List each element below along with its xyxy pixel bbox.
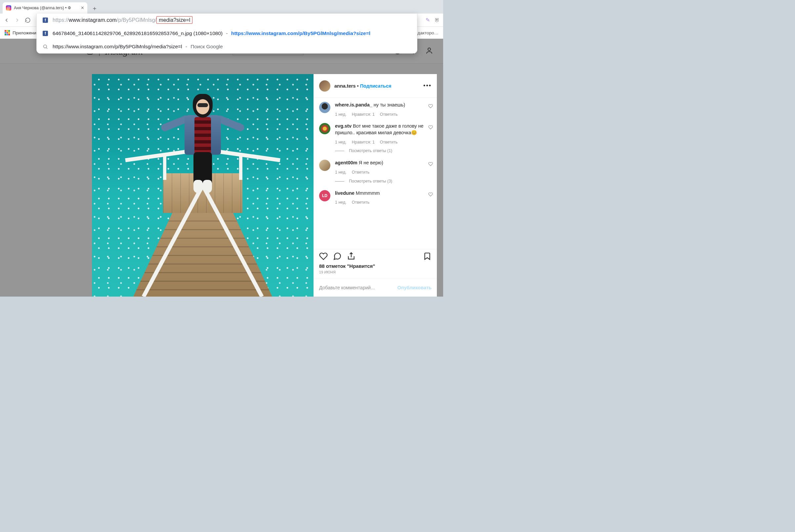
comment-item: LD livedune Mmmmmm 1 нед. Ответить bbox=[319, 190, 432, 205]
svg-point-12 bbox=[44, 45, 46, 48]
svg-line-13 bbox=[46, 48, 47, 49]
tab-close-button[interactable]: × bbox=[81, 5, 84, 11]
reply-button[interactable]: Ответить bbox=[380, 139, 398, 145]
comment-time: 1 нед. bbox=[335, 200, 346, 205]
post-username[interactable]: anna.ters bbox=[334, 83, 356, 89]
view-replies-button[interactable]: Посмотреть ответы (3) bbox=[335, 178, 432, 184]
post-modal: anna.ters • Подписаться ••• where.is.pan… bbox=[92, 74, 437, 297]
facebook-icon: f bbox=[43, 18, 48, 23]
omnibox-row[interactable]: f https://www.instagram.com/p/By5PGlMnls… bbox=[37, 14, 417, 27]
tab-title: Аня Чернова (@anna.ters) • Ф bbox=[14, 6, 78, 10]
bookmark-item[interactable]: дакторо… bbox=[418, 31, 439, 35]
avatar[interactable]: LD bbox=[319, 190, 330, 201]
suggestion-engine: Поиск Google bbox=[190, 44, 223, 49]
likes-count[interactable]: 88 отметок "Нравится" bbox=[314, 263, 437, 270]
svg-rect-0 bbox=[7, 6, 10, 9]
comment-item: evg.stv Вот мне такое даже в голову не п… bbox=[319, 123, 432, 154]
comment-username[interactable]: agent00m bbox=[335, 160, 358, 165]
suggestion-url: https://www.instagram.com/p/By5PGlMnlsg/… bbox=[231, 31, 371, 36]
reload-button[interactable] bbox=[24, 17, 31, 23]
avatar[interactable] bbox=[319, 160, 330, 171]
like-comment-button[interactable] bbox=[428, 125, 433, 131]
back-button[interactable] bbox=[3, 17, 10, 23]
new-tab-button[interactable]: ＋ bbox=[90, 4, 99, 13]
comments-list: where.is.panda_ ну ты знаешь) 1 нед. Нра… bbox=[314, 98, 437, 249]
subscribe-button[interactable]: Подписаться bbox=[360, 83, 392, 89]
omnibox-search-suggestion[interactable]: https://www.instagram.com/p/By5PGlMnlsg/… bbox=[37, 40, 417, 53]
post-header: anna.ters • Подписаться ••• bbox=[314, 74, 437, 98]
bookmark-button[interactable] bbox=[423, 252, 432, 262]
facebook-icon: f bbox=[43, 31, 48, 36]
like-comment-button[interactable] bbox=[428, 104, 433, 110]
post-actions bbox=[314, 249, 437, 263]
like-button[interactable] bbox=[319, 252, 328, 262]
comment-time: 1 нед. bbox=[335, 139, 346, 145]
comment-item: where.is.panda_ ну ты знаешь) 1 нед. Нра… bbox=[319, 102, 432, 117]
more-options-button[interactable]: ••• bbox=[423, 82, 432, 89]
post-photo[interactable] bbox=[92, 74, 314, 297]
post-date: 19 ИЮНЯ bbox=[314, 270, 437, 278]
browser-tab[interactable]: Аня Чернова (@anna.ters) • Ф × bbox=[3, 2, 87, 14]
svg-point-10 bbox=[428, 48, 431, 51]
share-button[interactable] bbox=[347, 252, 356, 262]
reply-button[interactable]: Ответить bbox=[352, 200, 370, 205]
separator-dot: • bbox=[357, 83, 359, 89]
forward-button[interactable] bbox=[14, 17, 20, 23]
omnibox-dropdown: f https://www.instagram.com/p/By5PGlMnls… bbox=[36, 14, 417, 54]
comment-time: 1 нед. bbox=[335, 170, 346, 175]
reply-button[interactable]: Ответить bbox=[380, 112, 398, 117]
svg-point-2 bbox=[9, 7, 10, 7]
tab-strip: Аня Чернова (@anna.ters) • Ф × ＋ bbox=[0, 0, 443, 14]
comment-username[interactable]: where.is.panda_ bbox=[335, 102, 372, 108]
reply-button[interactable]: Ответить bbox=[352, 170, 370, 175]
comment-likes[interactable]: Нравится: 1 bbox=[352, 112, 375, 117]
profile-icon[interactable] bbox=[425, 46, 433, 56]
comment-input[interactable]: Добавьте комментарий... bbox=[319, 285, 375, 290]
like-comment-button[interactable] bbox=[428, 192, 433, 198]
instagram-favicon bbox=[6, 5, 11, 11]
post-sidebar: anna.ters • Подписаться ••• where.is.pan… bbox=[314, 74, 437, 297]
view-replies-button[interactable]: Посмотреть ответы (1) bbox=[335, 148, 432, 154]
avatar[interactable] bbox=[319, 80, 330, 92]
comment-button[interactable] bbox=[333, 252, 342, 262]
apps-icon[interactable] bbox=[5, 30, 10, 35]
publish-button[interactable]: Опубликовать bbox=[397, 285, 432, 290]
bookmarks-apps-label[interactable]: Приложени bbox=[13, 31, 36, 35]
feather-icon[interactable]: ✎ bbox=[425, 17, 430, 23]
comment-username[interactable]: livedune bbox=[335, 190, 355, 196]
omnibox-suggestion[interactable]: f 64678406_314061142829706_6289261816592… bbox=[37, 27, 417, 40]
suggestion-title: 64678406_314061142829706_628926181659285… bbox=[53, 31, 223, 36]
comment-username[interactable]: evg.stv bbox=[335, 123, 352, 129]
svg-point-1 bbox=[8, 7, 9, 8]
comment-likes[interactable]: Нравится: 1 bbox=[352, 139, 375, 145]
search-icon bbox=[43, 44, 48, 49]
comment-text: Я не верю) bbox=[359, 160, 383, 165]
avatar[interactable] bbox=[319, 123, 330, 134]
suggestion-query: https://www.instagram.com/p/By5PGlMnlsg/… bbox=[53, 44, 182, 49]
toolbar-extensions: ✎ ⛨ bbox=[425, 17, 440, 23]
comment-time: 1 нед. bbox=[335, 112, 346, 117]
avatar[interactable] bbox=[319, 102, 330, 113]
comment-item: agent00m Я не верю) 1 нед. Ответить Посм… bbox=[319, 160, 432, 184]
comment-text: Mmmmmm bbox=[356, 190, 380, 196]
shield-icon[interactable]: ⛨ bbox=[435, 17, 440, 23]
comment-text: ну ты знаешь) bbox=[374, 102, 405, 108]
like-comment-button[interactable] bbox=[428, 162, 433, 168]
add-comment-row: Добавьте комментарий... Опубликовать bbox=[314, 278, 437, 297]
